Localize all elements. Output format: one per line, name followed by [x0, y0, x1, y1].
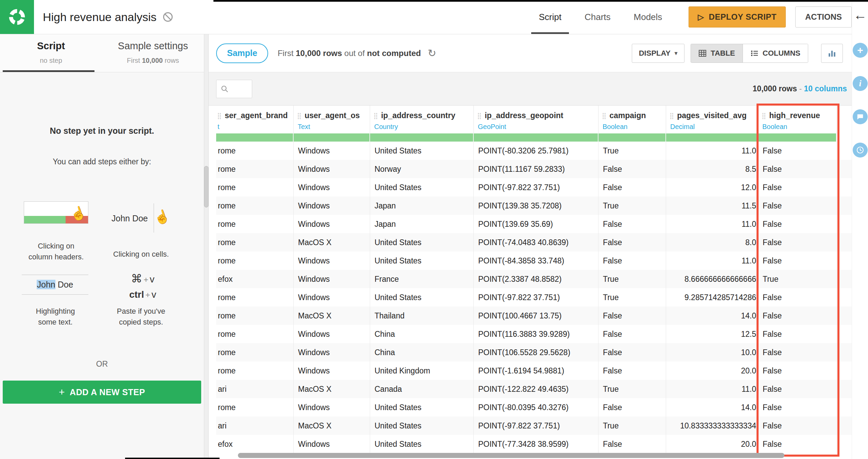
table-cell[interactable]: POINT(-122.822 49.4635)	[474, 380, 598, 398]
table-cell[interactable]: 8.666666666666666	[666, 270, 758, 288]
table-cell[interactable]: POINT(-97.822 37.751)	[474, 417, 598, 435]
column-type[interactable]: Decimal	[666, 120, 758, 131]
table-cell[interactable]: True	[598, 142, 666, 160]
column-header-ip_address_geopoint[interactable]: ⣿ip_address_geopointGeoPoint	[474, 106, 598, 142]
left-tab-script[interactable]: Script no step	[0, 34, 102, 72]
table-cell[interactable]: True	[598, 288, 666, 307]
table-cell[interactable]: United States	[370, 435, 474, 453]
left-tab-sample-settings[interactable]: Sample settings First 10,000 rows	[102, 34, 204, 72]
columns-view-button[interactable]: COLUMNS	[743, 44, 808, 62]
table-cell[interactable]: POINT(-1.6194 54.9881)	[474, 362, 598, 380]
table-cell[interactable]: False	[598, 307, 666, 325]
table-cell[interactable]: rome	[216, 288, 294, 307]
table-cell[interactable]: False	[758, 307, 837, 325]
table-cell[interactable]: POINT(-77.3428 38.9599)	[474, 435, 598, 453]
table-cell[interactable]: False	[598, 160, 666, 178]
table-cell[interactable]: Norway	[370, 160, 474, 178]
table-cell[interactable]: True	[758, 270, 837, 288]
table-cell[interactable]: 8.0	[666, 233, 758, 252]
add-rail-button[interactable]: +	[853, 43, 868, 58]
table-cell[interactable]: rome	[216, 142, 294, 160]
history-rail-button[interactable]	[853, 143, 868, 158]
column-header-user_agent_os[interactable]: ⣿user_agent_osText	[294, 106, 370, 142]
table-cell[interactable]: False	[758, 435, 837, 453]
table-cell[interactable]: False	[758, 325, 837, 343]
table-cell[interactable]: False	[758, 197, 837, 215]
table-cell[interactable]: 8.5	[666, 160, 758, 178]
table-cell[interactable]: True	[598, 197, 666, 215]
table-cell[interactable]: 11.5	[666, 197, 758, 215]
tab-models[interactable]: Models	[622, 0, 674, 34]
table-cell[interactable]: False	[598, 215, 666, 233]
table-cell[interactable]: False	[598, 252, 666, 270]
table-view-button[interactable]: TABLE	[691, 44, 743, 62]
table-cell[interactable]: Windows	[294, 398, 370, 417]
table-cell[interactable]: Japan	[370, 215, 474, 233]
column-header-pages_visited_avg[interactable]: ⣿pages_visited_avgDecimal	[666, 106, 758, 142]
table-cell[interactable]: Windows	[294, 362, 370, 380]
tab-charts[interactable]: Charts	[573, 0, 622, 34]
table-cell[interactable]: 20.0	[666, 362, 758, 380]
quick-chart-button[interactable]	[821, 44, 843, 63]
actions-button[interactable]: ACTIONS	[795, 6, 852, 27]
table-search[interactable]	[216, 80, 252, 98]
table-cell[interactable]: Japan	[370, 197, 474, 215]
table-cell[interactable]: False	[758, 215, 837, 233]
column-type[interactable]: Text	[294, 120, 370, 131]
table-cell[interactable]: 20.0	[666, 435, 758, 453]
table-cell[interactable]: POINT(-97.822 37.751)	[474, 288, 598, 307]
column-header-ip_address_country[interactable]: ⣿ip_address_countryCountry	[370, 106, 474, 142]
table-cell[interactable]: False	[758, 380, 837, 398]
table-cell[interactable]: Windows	[294, 215, 370, 233]
table-cell[interactable]: MacOS X	[294, 307, 370, 325]
table-cell[interactable]: False	[758, 417, 837, 435]
table-cell[interactable]: United States	[370, 398, 474, 417]
search-input[interactable]	[231, 84, 250, 94]
table-cell[interactable]: rome	[216, 252, 294, 270]
table-cell[interactable]: efox	[216, 270, 294, 288]
refresh-sample-icon[interactable]: ↻	[428, 47, 436, 59]
table-cell[interactable]: rome	[216, 398, 294, 417]
table-cell[interactable]: False	[758, 160, 837, 178]
table-cell[interactable]: False	[758, 178, 837, 197]
table-cell[interactable]: MacOS X	[294, 417, 370, 435]
table-cell[interactable]: efox	[216, 435, 294, 453]
table-cell[interactable]: False	[598, 398, 666, 417]
table-cell[interactable]: POINT(106.5528 29.5628)	[474, 343, 598, 362]
table-cell[interactable]: United States	[370, 288, 474, 307]
table-cell[interactable]: Windows	[294, 343, 370, 362]
table-cell[interactable]: rome	[216, 197, 294, 215]
column-type[interactable]: Boolean	[598, 120, 666, 131]
table-cell[interactable]: Windows	[294, 160, 370, 178]
collapse-panel-arrow-icon[interactable]: ←	[852, 8, 868, 22]
table-cell[interactable]: 14.0	[666, 398, 758, 417]
table-cell[interactable]: China	[370, 343, 474, 362]
table-cell[interactable]: Windows	[294, 288, 370, 307]
table-cell[interactable]: 11.0	[666, 252, 758, 270]
column-type[interactable]: Boolean	[758, 120, 836, 131]
table-cell[interactable]: POINT(11.1167 59.2833)	[474, 160, 598, 178]
table-cell[interactable]: 11.0	[666, 215, 758, 233]
table-cell[interactable]: MacOS X	[294, 380, 370, 398]
table-cell[interactable]: United States	[370, 142, 474, 160]
column-type[interactable]: GeoPoint	[474, 120, 598, 131]
table-cell[interactable]: rome	[216, 307, 294, 325]
table-cell[interactable]: POINT(-97.822 37.751)	[474, 178, 598, 197]
table-cell[interactable]: False	[758, 288, 837, 307]
table-cell[interactable]: False	[598, 233, 666, 252]
table-cell[interactable]: ari	[216, 380, 294, 398]
table-cell[interactable]: 12.0	[666, 178, 758, 197]
panel-resize-handle[interactable]	[204, 166, 209, 207]
table-cell[interactable]: Windows	[294, 270, 370, 288]
table-cell[interactable]: Windows	[294, 435, 370, 453]
table-cell[interactable]: False	[758, 362, 837, 380]
table-cell[interactable]: False	[598, 325, 666, 343]
app-logo[interactable]	[0, 0, 34, 34]
table-cell[interactable]: rome	[216, 160, 294, 178]
table-cell[interactable]: rome	[216, 325, 294, 343]
table-cell[interactable]: rome	[216, 343, 294, 362]
table-cell[interactable]: Windows	[294, 197, 370, 215]
table-cell[interactable]: POINT(-84.3858 33.748)	[474, 252, 598, 270]
table-cell[interactable]: True	[598, 417, 666, 435]
table-cell[interactable]: POINT(2.3387 48.8582)	[474, 270, 598, 288]
